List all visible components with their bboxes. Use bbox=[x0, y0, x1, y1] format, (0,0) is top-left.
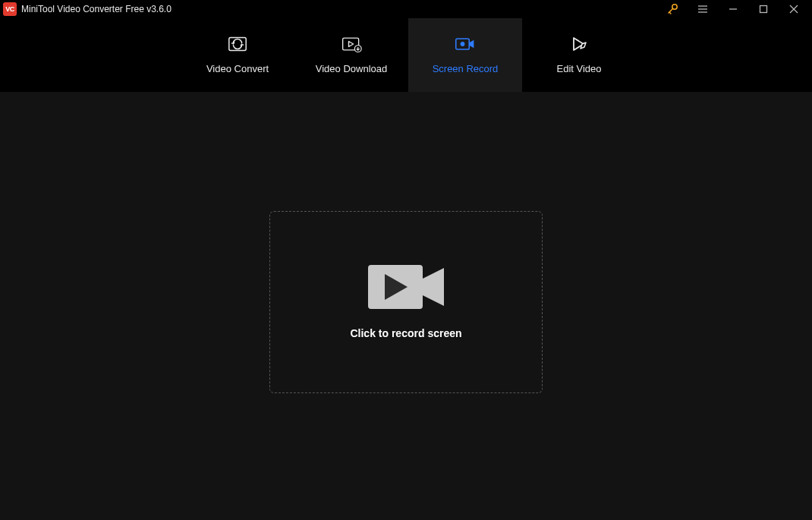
close-button[interactable] bbox=[779, 0, 809, 18]
tab-label: Video Convert bbox=[206, 63, 269, 74]
close-icon bbox=[789, 5, 798, 14]
maximize-icon bbox=[759, 5, 768, 14]
titlebar-right bbox=[657, 0, 809, 18]
record-prompt-label: Click to record screen bbox=[350, 327, 461, 339]
svg-line-2 bbox=[669, 12, 671, 14]
maximize-button[interactable] bbox=[748, 0, 779, 18]
titlebar-left: VC MiniTool Video Converter Free v3.6.0 bbox=[3, 2, 172, 16]
svg-point-16 bbox=[461, 42, 465, 46]
tab-screen-record[interactable]: Screen Record bbox=[408, 18, 522, 92]
tab-video-convert[interactable]: Video Convert bbox=[181, 18, 294, 92]
tab-edit-video[interactable]: Edit Video bbox=[522, 18, 636, 92]
svg-marker-12 bbox=[349, 42, 354, 47]
tab-label: Edit Video bbox=[556, 63, 601, 74]
titlebar: VC MiniTool Video Converter Free v3.6.0 bbox=[0, 0, 812, 18]
svg-rect-7 bbox=[760, 6, 767, 13]
minimize-button[interactable] bbox=[718, 0, 748, 18]
minimize-icon bbox=[729, 5, 738, 14]
app-logo-text: VC bbox=[5, 5, 14, 13]
tab-video-download[interactable]: Video Download bbox=[294, 18, 408, 92]
record-screen-panel[interactable]: Click to record screen bbox=[269, 211, 543, 393]
screen-record-icon bbox=[455, 36, 476, 52]
menu-button[interactable] bbox=[688, 0, 718, 18]
main-content: Click to record screen bbox=[0, 92, 812, 520]
edit-video-icon bbox=[568, 36, 590, 52]
video-download-icon bbox=[341, 36, 362, 52]
tab-label: Video Download bbox=[316, 63, 387, 74]
upgrade-key-button[interactable] bbox=[657, 0, 688, 18]
app-title: MiniTool Video Converter Free v3.6.0 bbox=[21, 4, 172, 14]
hamburger-icon bbox=[697, 3, 709, 15]
key-icon bbox=[666, 3, 678, 15]
app-logo: VC bbox=[3, 2, 17, 16]
video-convert-icon bbox=[227, 36, 248, 52]
main-tabs: Video Convert Video Download Screen Reco… bbox=[0, 18, 812, 92]
tab-label: Screen Record bbox=[433, 63, 499, 74]
camera-play-icon bbox=[368, 265, 444, 309]
